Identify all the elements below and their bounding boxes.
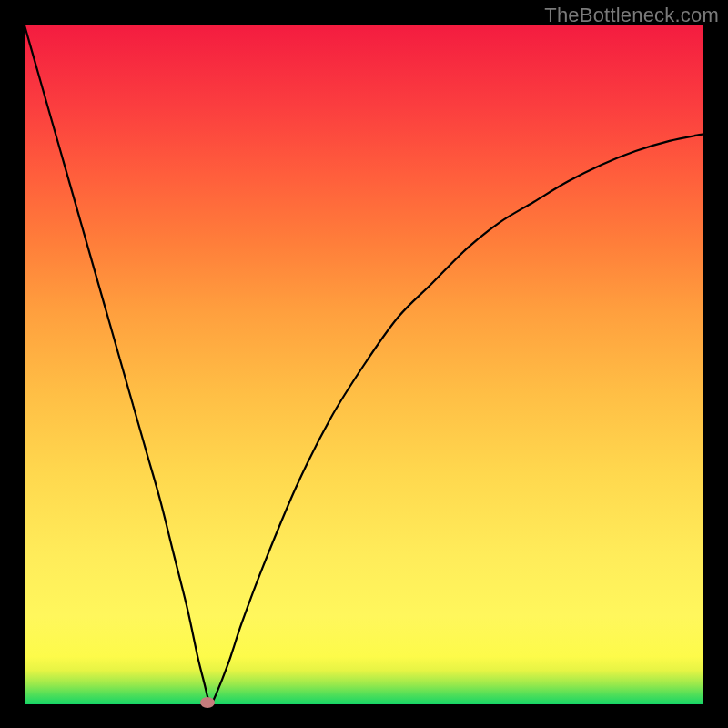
watermark-text: TheBottleneck.com	[544, 4, 719, 27]
chart-frame: TheBottleneck.com	[0, 0, 728, 728]
chart-plot-area	[25, 25, 703, 704]
curve-minimum-marker	[200, 697, 215, 708]
